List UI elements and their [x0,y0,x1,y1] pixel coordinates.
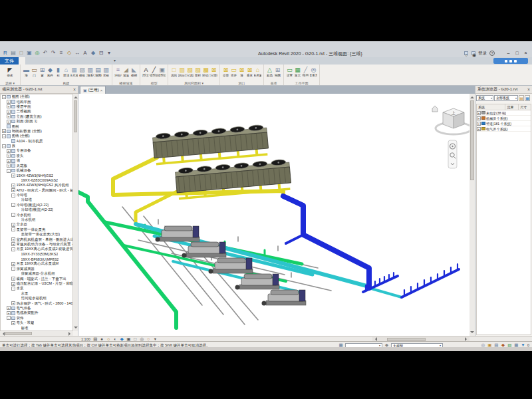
ribbon-button[interactable]: ⌂ 屋顶 [63,66,70,79]
tree-expander-icon[interactable]: + [477,111,481,115]
ribbon-button[interactable]: ▥ 竖梃 [102,66,110,79]
ribbon-button[interactable]: □ 房间 [170,66,178,79]
undo-icon[interactable]: ↶ [42,50,49,57]
tree-item[interactable]: + 墙 [1,158,72,163]
tree-expander-icon[interactable]: - [11,267,15,271]
scroll-down-icon[interactable] [74,327,78,331]
tree-expander-icon[interactable]: + [7,159,11,163]
tree-item[interactable]: - 弹簧减震器 [1,267,72,271]
system-row[interactable]: + 机械(8 个系统) [477,116,531,121]
tree-item[interactable]: 19XX-BF683(U)MF8S2 [1,257,72,261]
tree-item[interactable]: + 结构平面 [1,99,72,104]
ribbon-tab[interactable] [59,57,65,65]
ribbon-tab[interactable] [25,57,32,65]
ribbon-button[interactable]: ⊞ 轴网 [274,66,281,79]
tree-item[interactable]: + 专用设备 [1,148,72,153]
project-browser-hscrollbar[interactable] [0,331,73,336]
tree-item[interactable]: - 冷水机组 [1,212,72,217]
scroll-up-icon[interactable] [470,94,474,98]
open-icon[interactable]: □ [18,50,25,57]
close-icon[interactable]: × [521,50,530,57]
tree-item[interactable]: 标准 [1,325,72,330]
ribbon-button[interactable]: ▧ 标记房间 [186,66,194,79]
user-icon[interactable]: ◉ [471,51,475,55]
tree-item[interactable]: - 图纸 (全部) [1,134,72,138]
customize-qat-icon[interactable]: ▾ [106,50,112,57]
restore-icon[interactable]: □ [513,50,521,57]
scroll-up-icon[interactable] [74,94,78,98]
tree-expander-icon[interactable]: - [11,247,15,251]
ribbon-button[interactable]: ▨ 面积 [194,66,201,79]
print-icon[interactable]: ≡ [58,50,65,57]
tree-expander-icon[interactable]: + [477,122,481,126]
tree-expander-icon[interactable]: + [11,223,15,227]
panel-label[interactable]: 房间和面积 ▾ [168,81,219,85]
tree-item[interactable]: + 立面 (建筑立面) [1,114,72,119]
file-tab[interactable]: 文件 [0,57,19,65]
system-row[interactable]: + 未指定(38 项) [477,110,531,116]
ribbon-tab[interactable] [32,57,39,65]
tree-item[interactable]: 19XX-3Y33(53M)3KS2 [1,252,72,257]
system-row[interactable]: + 管道(181 个系统) [477,121,531,126]
ribbon-tab[interactable] [72,57,78,65]
section-icon[interactable]: ⊟ [98,50,104,57]
tree-item[interactable]: 泵架带一体化泵壳(大型) [1,232,72,237]
minimize-icon[interactable]: – [504,50,513,57]
project-browser-header[interactable]: 项目浏览器 - G20-1.rvt × [0,86,78,94]
tree-item[interactable]: - 水泵 [1,286,72,291]
grid-header[interactable]: 系统 流量 尺寸 [477,104,531,110]
system-row[interactable]: + 电气(8 个系统) [477,126,531,132]
tree-item[interactable]: + 电气设备 [1,306,72,311]
ribbon-tab[interactable] [105,57,112,65]
tree-expander-icon[interactable]: + [11,242,15,246]
primary-blue-pipes[interactable] [283,196,459,297]
tree-expander-icon[interactable]: + [7,104,11,108]
tree-item[interactable]: - 族 [1,144,72,148]
tree-expander-icon[interactable]: + [2,129,6,133]
close-panel-icon[interactable]: × [73,86,76,93]
ribbon-tab[interactable] [98,57,105,65]
tree-item[interactable]: 冷却塔 [1,198,72,202]
ribbon-button[interactable]: ▩ 面积边界 [202,66,209,79]
ribbon-button[interactable]: A 模型文字 [142,66,150,79]
ribbon-button[interactable]: ╱ 参照平面 [302,66,309,79]
ribbon-tab[interactable] [65,57,72,65]
tree-item[interactable]: + 室内机风机盘管 - 单相 - 侧面进大出口带格栅 [1,237,72,241]
scroll-left-icon[interactable] [1,332,5,336]
ribbon-button[interactable]: ⊠ 垂直 [246,66,253,79]
tree-expander-icon[interactable]: + [7,114,11,118]
close-view-tab-icon[interactable]: × [100,88,103,92]
aligned-dimension-icon[interactable]: ↔ [74,50,80,57]
tree-item[interactable]: + 天花板 [1,163,72,168]
file-menu-icon[interactable]: ▤ [10,50,17,57]
sysb-columns-icon[interactable]: ▦ [525,95,530,101]
ribbon-state-caret-icon[interactable]: ▾ [112,57,118,65]
tree-expander-icon[interactable]: + [7,120,11,124]
tree-expander-icon[interactable]: + [7,306,11,310]
ribbon-tab[interactable] [85,57,92,65]
ribbon-button[interactable]: ≡ 栏杆扶手 [114,66,122,79]
tree-expander-icon[interactable]: - [7,316,11,320]
project-browser-vscrollbar[interactable] [73,94,78,331]
tree-item[interactable]: 冷水机组 [1,217,72,222]
tree-expander-icon[interactable]: - [11,287,15,291]
tree-item[interactable]: + 常规风机动力设备 - 与组合式装置 - 装饰风机 [1,242,72,247]
ribbon-button[interactable]: ▮ 柱 [55,66,62,79]
tree-expander-icon[interactable]: + [11,301,15,305]
ribbon-tab[interactable] [19,57,25,65]
tree-item[interactable]: 冷却塔(横流)4(2-22) [1,207,72,212]
tree-expander-icon[interactable]: + [477,127,481,131]
ribbon-tab[interactable] [39,57,45,65]
ribbon-button[interactable]: ⊠ 标记面积 [210,66,217,79]
tree-expander-icon[interactable]: + [477,116,481,120]
tree-expander-icon[interactable]: + [7,164,11,168]
navigation-bar[interactable] [448,140,457,168]
tree-expander-icon[interactable]: - [11,203,15,207]
canvas-vscrollbar[interactable] [469,94,475,336]
ribbon-button[interactable]: ⊠ 按面 [222,66,229,79]
tree-expander-icon[interactable]: + [11,277,15,281]
tree-item[interactable]: + AHU - 组合式 - 房间侧回 - 卧式 - 标准 - 2000 - 59… [1,188,72,192]
tree-item[interactable]: + 月泵 19XX离心式水泵成M [1,261,72,266]
ribbon-button[interactable]: ▧ 楼板 [78,66,86,79]
close-panel-icon[interactable]: × [527,86,530,93]
